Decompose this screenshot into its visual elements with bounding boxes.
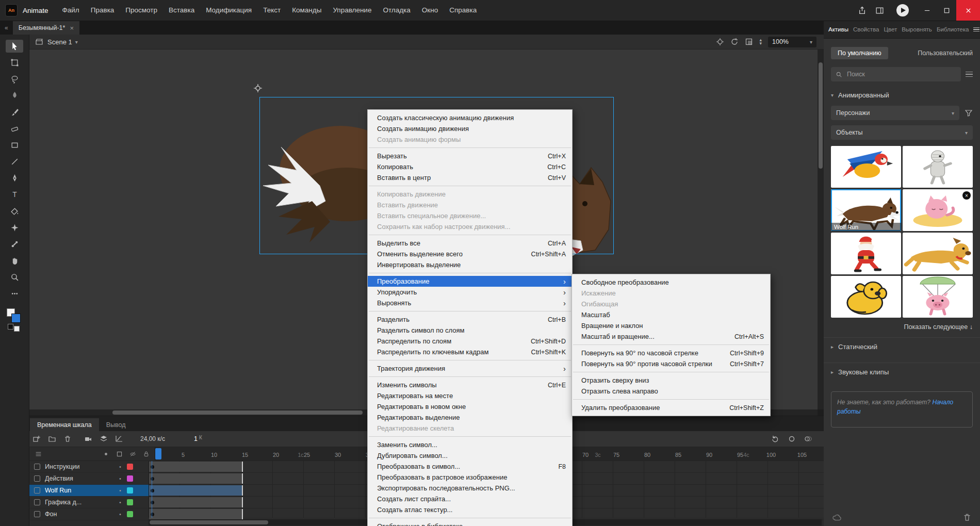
color-swatches[interactable] — [7, 308, 22, 326]
zoom-tool[interactable] — [6, 271, 23, 284]
transform-submenu-item-1[interactable]: Искажение — [572, 288, 770, 299]
menubar-item-8[interactable]: Отладка — [377, 0, 416, 21]
menubar-item-6[interactable]: Команды — [286, 0, 327, 21]
swap-colors-icon[interactable] — [14, 326, 20, 332]
context-menu-item-28[interactable]: Изменить символыCtrl+E — [368, 380, 572, 390]
pen-tool[interactable] — [6, 172, 23, 185]
context-menu-item-13[interactable]: Выделить всеCtrl+A — [368, 238, 572, 249]
document-tab[interactable]: Безымянный-1* × — [13, 21, 79, 35]
context-menu-item-26[interactable]: Траектория движения› — [368, 363, 572, 374]
list-view-icon[interactable] — [966, 72, 973, 77]
context-menu-item-8[interactable]: Копировать движение — [368, 189, 572, 200]
asset-warp-tool[interactable] — [6, 221, 23, 234]
frame-rate-value[interactable]: 24,00 к/с — [140, 435, 165, 442]
playhead-marker[interactable] — [155, 448, 161, 459]
show-all-dot-icon[interactable] — [103, 451, 109, 457]
vscroll-thumb[interactable] — [819, 62, 823, 169]
context-menu-item-6[interactable]: Вставить в центрCtrl+V — [368, 172, 572, 183]
timeline-tab-1[interactable]: Вывод — [99, 418, 133, 431]
context-menu-item-14[interactable]: Отменить выделение всегоCtrl+Shift+A — [368, 249, 572, 259]
scene-breadcrumb[interactable]: Scene 1 — [47, 38, 72, 46]
asset-card-parrot[interactable] — [831, 146, 901, 188]
hide-layers-eye-icon[interactable] — [129, 451, 136, 457]
lock-layers-icon[interactable] — [143, 451, 150, 457]
panel-tab-2[interactable]: Цвет — [884, 26, 897, 32]
section-audio[interactable]: ▸ Звуковые клипы — [824, 363, 980, 381]
menubar-item-10[interactable]: Справка — [444, 0, 482, 21]
context-menu-item-39[interactable]: Создать лист спрайта... — [368, 494, 572, 504]
context-menu-item-2[interactable]: Создать анимацию формы — [368, 134, 572, 145]
context-menu-item-17[interactable]: Преобразование› — [368, 276, 572, 287]
context-menu-item-10[interactable]: Вставить специальное движение... — [368, 210, 572, 221]
eraser-tool[interactable] — [6, 122, 23, 135]
context-menu-item-22[interactable]: Разделить символ по слоям — [368, 325, 572, 336]
new-folder-icon[interactable] — [44, 435, 60, 443]
transform-submenu-item-13[interactable]: Удалить преобразованиеCtrl+Shift+Z — [572, 402, 770, 413]
mode-default-button[interactable]: По умолчанию — [831, 47, 888, 59]
trash-icon[interactable] — [962, 513, 972, 522]
section-static[interactable]: ▸ Статический — [824, 337, 980, 356]
onion-skin-icon[interactable] — [788, 435, 796, 443]
layer-color-chip[interactable] — [127, 487, 133, 494]
collapse-panels-icon[interactable]: « — [0, 24, 13, 31]
layer-color-chip[interactable] — [127, 511, 133, 517]
transform-submenu-item-7[interactable]: Повернуть на 90° по часовой стрелкеCtrl+… — [572, 348, 770, 358]
hscroll-thumb[interactable] — [112, 410, 363, 415]
menubar-item-3[interactable]: Вставка — [163, 0, 200, 21]
asset-card-pig[interactable] — [903, 276, 973, 318]
panel-tab-3[interactable]: Выровнять — [902, 26, 932, 32]
timeline-scroll-thumb[interactable] — [150, 520, 268, 524]
fill-color-swatch[interactable] — [11, 314, 21, 323]
search-box[interactable] — [831, 67, 961, 81]
context-menu-item-9[interactable]: Вставить движение — [368, 200, 572, 210]
lasso-tool[interactable] — [6, 73, 23, 86]
more-tools[interactable] — [6, 287, 23, 300]
menubar-item-7[interactable]: Управление — [327, 0, 377, 21]
context-menu-item-34[interactable]: Заменить символ... — [368, 439, 572, 450]
context-menu-item-24[interactable]: Распределить по ключевым кадрамCtrl+Shif… — [368, 347, 572, 357]
layer-color-chip[interactable] — [127, 499, 133, 505]
menubar-item-0[interactable]: Файл — [57, 0, 85, 21]
selection-tool[interactable] — [6, 40, 23, 53]
section-animated[interactable]: ▾ Анимированный — [831, 91, 973, 99]
tab-close-icon[interactable]: × — [70, 24, 74, 32]
context-menu-item-36[interactable]: Преобразовать в символ...F8 — [368, 461, 572, 472]
transform-submenu-item-4[interactable]: Вращение и наклон — [572, 320, 770, 331]
context-menu-item-31[interactable]: Редактировать выделение — [368, 412, 572, 423]
context-menu-item-0[interactable]: Создать классическую анимацию движения — [368, 112, 572, 123]
panel-tab-4[interactable]: Библиотека — [937, 26, 969, 32]
mode-custom-button[interactable]: Пользовательский — [918, 50, 973, 57]
transform-submenu-item-5[interactable]: Масштаб и вращение...Ctrl+Alt+S — [572, 331, 770, 342]
cloud-sync-icon[interactable] — [832, 513, 841, 522]
subselection-tool[interactable] — [6, 56, 23, 69]
graph-editor-icon[interactable] — [111, 435, 127, 443]
filter-funnel-icon[interactable] — [965, 109, 973, 117]
context-menu-item-35[interactable]: Дублировать символ... — [368, 450, 572, 461]
window-minimize-button[interactable] — [917, 0, 937, 21]
loop-icon[interactable] — [771, 435, 779, 443]
test-movie-play-button[interactable] — [896, 4, 909, 17]
transform-submenu-item-10[interactable]: Отразить сверху вниз — [572, 375, 770, 386]
asset-card-wolf[interactable]: Wolf Run — [831, 189, 901, 231]
asset-card-dog-tan[interactable] — [903, 233, 973, 274]
asset-card-dog-yellow[interactable] — [831, 276, 901, 318]
asset-card-mummy[interactable] — [903, 146, 973, 188]
fluid-brush-tool[interactable] — [6, 89, 23, 102]
type-select[interactable]: Объекты ▾ — [831, 125, 973, 140]
asset-card-cat[interactable]: × — [903, 189, 973, 231]
transform-submenu-item-0[interactable]: Свободное преобразование — [572, 277, 770, 288]
bone-tool[interactable] — [6, 238, 23, 251]
stepper-down-icon[interactable]: ▾ — [759, 42, 762, 45]
transform-submenu-item-3[interactable]: Масштаб — [572, 309, 770, 320]
insert-frame-icon[interactable] — [29, 435, 44, 443]
canvas-vertical-scrollbar[interactable] — [818, 49, 824, 409]
rotate-stage-icon[interactable] — [730, 38, 739, 46]
line-tool[interactable] — [6, 155, 23, 168]
default-colors-icon[interactable] — [8, 324, 13, 330]
context-menu-item-40[interactable]: Создать атлас текстур... — [368, 504, 572, 515]
context-menu-item-32[interactable]: Редактирование скелета — [368, 423, 572, 434]
menubar-item-1[interactable]: Правка — [85, 0, 120, 21]
clip-content-icon[interactable] — [745, 38, 753, 46]
context-menu-item-5[interactable]: КопироватьCtrl+C — [368, 161, 572, 172]
layer-row-2[interactable]: Wolf Run• — [29, 485, 149, 497]
